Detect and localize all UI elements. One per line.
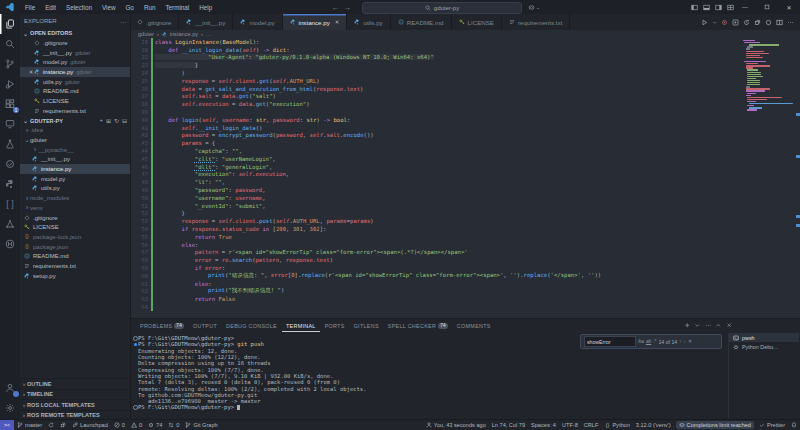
activity-h-extension[interactable]	[0, 234, 20, 254]
code-line[interactable]: 62print("找不到错误信息! ")	[130, 288, 800, 296]
code-line[interactable]: 37self.salt = data.get("salt")	[130, 93, 800, 101]
history-icon-icon[interactable]	[743, 19, 750, 26]
tree-item-.gitignore[interactable]: .gitignore	[20, 213, 130, 223]
code-line[interactable]: 36data = get_salt_and_execution_from_htm…	[130, 85, 800, 93]
status-indentation[interactable]: Spaces: 4	[528, 420, 559, 430]
code-line[interactable]: 41self.__init_login_data()	[130, 124, 800, 132]
breadcrumb-item[interactable]: instance.py	[170, 31, 198, 37]
toggle-panel-icon[interactable]	[703, 4, 710, 11]
section-timeline[interactable]: ›TIMELINE	[20, 389, 130, 400]
code-line[interactable]: 48"lt": "",	[130, 178, 800, 186]
collapse-all-icon[interactable]: ⊟	[122, 117, 127, 124]
tab-__init__.py[interactable]: __init__.py	[179, 14, 233, 30]
code-line[interactable]: 61else:	[130, 280, 800, 288]
activity-explorer[interactable]	[0, 14, 20, 34]
status-branch-status[interactable]: master	[14, 420, 45, 430]
forward-icon[interactable]: →	[344, 4, 351, 11]
code-line[interactable]: 19class LoginInstance(BaseModel):	[130, 38, 800, 46]
code-line[interactable]: 53response = self.client.post(self.AUTH_…	[130, 217, 800, 225]
status-sync-status[interactable]	[45, 420, 57, 430]
tree-item-LICENSE[interactable]: LICENSE	[20, 222, 130, 232]
status-compare[interactable]: 0	[165, 420, 182, 430]
panel-tab-terminal[interactable]: TERMINAL	[282, 319, 320, 332]
toggle-sidebar-icon[interactable]	[691, 4, 698, 11]
status-launchpad[interactable]: Launchpad	[69, 420, 111, 430]
tree-item-model.py[interactable]: model.py	[20, 174, 130, 184]
panel-tab-ports[interactable]: PORTS	[321, 319, 349, 332]
code-line[interactable]: 60print("错误信息: ", error[0].replace(r'<sp…	[130, 272, 800, 280]
status-eol[interactable]: CRLF	[581, 420, 602, 430]
activity-settings[interactable]	[0, 398, 20, 418]
open-editor-item-.gitignore[interactable]: .gitignore	[20, 38, 130, 48]
code-line[interactable]: 45"cllt": "userNameLogin",	[130, 155, 800, 163]
code-line[interactable]: 63return False	[130, 295, 800, 303]
split-editor-icon-icon[interactable]	[776, 19, 783, 26]
tree-item-__pycache__[interactable]: ›__pycache__	[20, 145, 130, 155]
code-line[interactable]: 42password = encrypt_password(password, …	[130, 132, 800, 140]
menu-item-view[interactable]: View	[98, 3, 120, 12]
code-line[interactable]: 43params = {	[130, 139, 800, 147]
code-line[interactable]: 55return True	[130, 233, 800, 241]
new-terminal-icon[interactable]	[684, 322, 691, 329]
menu-item-edit[interactable]: Edit	[41, 3, 60, 12]
close-button[interactable]: ✕	[778, 0, 800, 14]
search-input[interactable]: gduter-py	[362, 2, 522, 14]
terminal-profile-dropdown-icon[interactable]	[694, 322, 701, 329]
open-editor-item-__init__.py[interactable]: __init__.pygduter	[20, 48, 130, 58]
status-python-interpreter[interactable]: 3.12.0 ('venv')	[633, 420, 674, 430]
close-panel-icon[interactable]	[726, 322, 733, 329]
tree-item-.idea[interactable]: ›.idea	[20, 126, 130, 136]
tab-.gitignore[interactable]: .gitignore	[130, 14, 179, 30]
code-line[interactable]: 59if error:	[130, 264, 800, 272]
new-file-icon[interactable]: +	[99, 117, 103, 124]
activity-brackets[interactable]: [ ]	[0, 194, 20, 214]
maximize-panel-icon[interactable]	[715, 322, 722, 329]
terminal-instance-pwsh[interactable]: pwsh	[729, 333, 799, 342]
customize-layout-icon[interactable]	[727, 4, 734, 11]
code-line[interactable]: 39	[130, 108, 800, 116]
tree-item-gduter[interactable]: ⌄gduter	[20, 135, 130, 145]
toggle-secondary-sidebar-icon[interactable]	[715, 4, 722, 11]
code-line[interactable]: 51"_eventId": "submit",	[130, 202, 800, 210]
activity-testing[interactable]	[0, 134, 20, 154]
workspace-header[interactable]: ⌄ GDUTER-PY + ⊞ ↻ ⊟	[20, 116, 130, 126]
code-line[interactable]: 35response = self.client.get(self.AUTH_U…	[130, 77, 800, 85]
code-line[interactable]: 49"password": password,	[130, 186, 800, 194]
activity-extensions[interactable]: 1	[0, 94, 20, 114]
panel-tab-debug-console[interactable]: DEBUG CONSOLE	[222, 319, 281, 332]
tab-LICENSE[interactable]: LICENSE	[452, 14, 502, 30]
copilot-menu[interactable]: ⌄	[528, 2, 540, 12]
panel-tab-output[interactable]: OUTPUT	[189, 319, 221, 332]
activity-ros[interactable]	[0, 214, 20, 234]
run-cell-icon-icon[interactable]	[732, 19, 739, 26]
open-editor-item-requirements.txt[interactable]: requirements.txt	[20, 106, 130, 116]
tree-item-package-lock.json[interactable]: {}package-lock.json	[20, 232, 130, 242]
code-line[interactable]: 57pattern = r'<span id="showErrorTip" cl…	[130, 249, 800, 257]
tree-item-node_modules[interactable]: ›node_modules	[20, 193, 130, 203]
status-layers-status[interactable]	[57, 420, 69, 430]
tree-item-requirements.txt[interactable]: requirements.txt	[20, 261, 130, 271]
more-actions-icon-icon[interactable]	[787, 19, 794, 26]
open-editor-item-README.md[interactable]: README.md	[20, 86, 130, 96]
section-ros-local-templates[interactable]: ›ROS LOCAL TEMPLATES	[20, 399, 130, 410]
open-editor-item-instance.py[interactable]: ✕instance.pygduter	[20, 67, 130, 77]
code-line[interactable]: 58error = re.search(pattern, response.te…	[130, 256, 800, 264]
status-language-mode[interactable]: {}Python	[601, 420, 632, 430]
tree-item-venv[interactable]: ›venv	[20, 203, 130, 213]
code-line[interactable]: 50"username": username,	[130, 194, 800, 202]
open-editors-header[interactable]: ⌄ OPEN EDITORS	[20, 28, 130, 38]
code-line[interactable]: 52}	[130, 210, 800, 218]
tab-model.py[interactable]: model.py	[233, 14, 282, 30]
sidebar-more-icon[interactable]: ⋯	[120, 18, 126, 25]
activity-jupyter[interactable]	[0, 154, 20, 174]
menu-item-go[interactable]: Go	[121, 3, 137, 12]
run-dropdown-icon[interactable]	[712, 20, 717, 25]
code-line[interactable]: 23}	[130, 61, 800, 69]
run-button-icon[interactable]	[701, 19, 708, 26]
code-line[interactable]: 20def __init_login_data(self) -> dict:	[130, 46, 800, 54]
breadcrumb-item[interactable]: …	[206, 31, 212, 37]
status-warnings[interactable]: 0	[128, 420, 145, 430]
new-folder-icon[interactable]: ⊞	[106, 117, 111, 124]
code-line[interactable]: 44"captcha": "",	[130, 147, 800, 155]
code-line[interactable]: 56else:	[130, 241, 800, 249]
